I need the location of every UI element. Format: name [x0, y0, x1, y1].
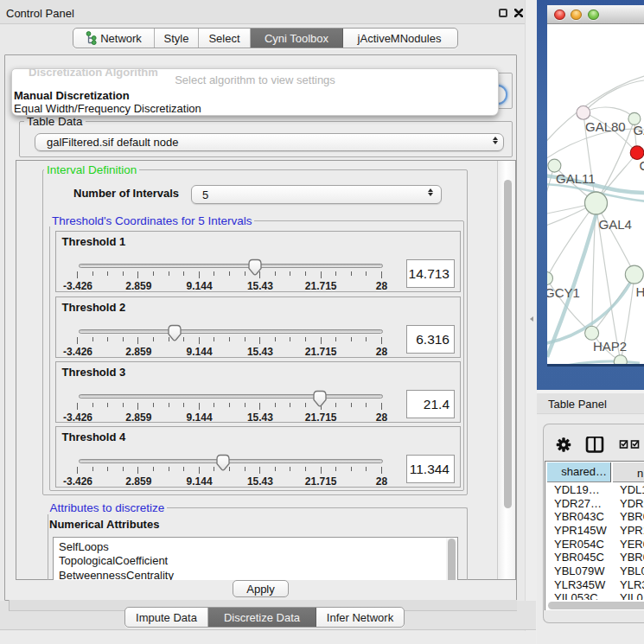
- svg-text:GCY1: GCY1: [547, 285, 580, 300]
- svg-text:GAL80: GAL80: [585, 119, 626, 134]
- svg-text:GAL4: GAL4: [599, 217, 632, 232]
- svg-text:GAL11: GAL11: [556, 171, 596, 186]
- svg-text:CO: CO: [640, 158, 644, 173]
- svg-text:H: H: [636, 284, 644, 299]
- svg-text:HAP2: HAP2: [593, 339, 627, 354]
- svg-text:GA: GA: [634, 123, 644, 137]
